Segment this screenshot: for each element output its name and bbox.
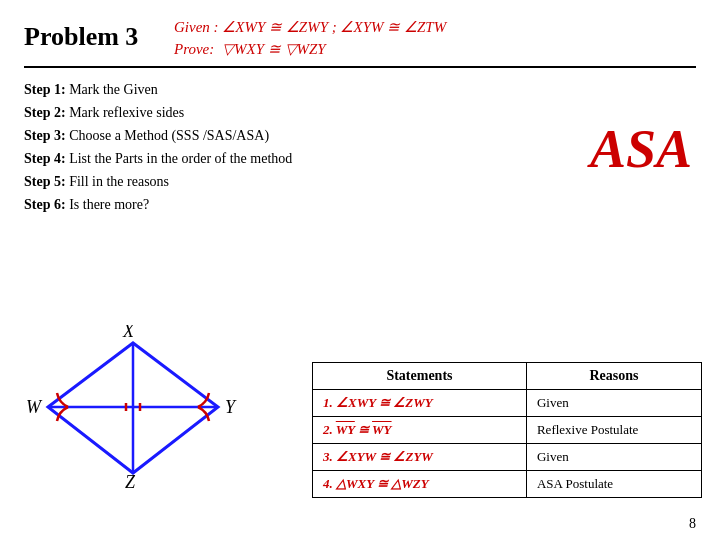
given-prove-block: Given : ∠XWY ≅ ∠ZWY ; ∠XYW ≅ ∠ZTW Prove:… (174, 18, 446, 58)
col-header-statements: Statements (313, 363, 527, 390)
table-row: 4. △WXY ≅ △WZY ASA Postulate (313, 471, 702, 498)
step-6-number: Step 6: (24, 197, 66, 212)
step-5-number: Step 5: (24, 174, 66, 189)
diagram-svg: X W Y Z (18, 325, 248, 490)
given-content: ∠XWY ≅ ∠ZWY ; ∠XYW ≅ ∠ZTW (222, 19, 446, 35)
section-divider (24, 66, 696, 68)
step-5-text: Fill in the reasons (69, 174, 169, 189)
given-line: Given : ∠XWY ≅ ∠ZWY ; ∠XYW ≅ ∠ZTW (174, 18, 446, 36)
reason-4: ASA Postulate (526, 471, 701, 498)
page: Problem 3 Given : ∠XWY ≅ ∠ZWY ; ∠XYW ≅ ∠… (0, 0, 720, 540)
label-y: Y (225, 397, 237, 417)
statement-3: 3. ∠XYW ≅ ∠ZYW (313, 444, 527, 471)
asa-label: ASA (590, 118, 692, 180)
given-label: Given : (174, 19, 219, 35)
label-x: X (122, 325, 135, 341)
col-header-reasons: Reasons (526, 363, 701, 390)
reason-1: Given (526, 390, 701, 417)
prove-line: Prove: ▽WXY ≅ ▽WZY (174, 40, 446, 58)
table-header-row: Statements Reasons (313, 363, 702, 390)
prove-label: Prove: (174, 41, 214, 57)
step-4-text: List the Parts in the order of the metho… (69, 151, 292, 166)
step-1-number: Step 1: (24, 82, 66, 97)
proof-table-wrap: Statements Reasons 1. ∠XWY ≅ ∠ZWY Given … (312, 362, 702, 498)
step-1: Step 1: Mark the Given (24, 78, 696, 101)
label-z: Z (125, 472, 136, 490)
step-3-number: Step 3: (24, 128, 66, 143)
step-6-text: Is there more? (69, 197, 149, 212)
prove-content: ▽WXY ≅ ▽WZY (222, 41, 326, 57)
statement-2: 2. WY ≅ WY (313, 417, 527, 444)
step-2-number: Step 2: (24, 105, 66, 120)
table-row: 2. WY ≅ WY Reflexive Postulate (313, 417, 702, 444)
page-number: 8 (689, 516, 696, 532)
step-6: Step 6: Is there more? (24, 193, 696, 216)
diagram-area: X W Y Z (18, 325, 248, 490)
step-1-text: Mark the Given (69, 82, 158, 97)
step-2-text: Mark reflexive sides (69, 105, 184, 120)
table-row: 3. ∠XYW ≅ ∠ZYW Given (313, 444, 702, 471)
statement-4: 4. △WXY ≅ △WZY (313, 471, 527, 498)
statement-1: 1. ∠XWY ≅ ∠ZWY (313, 390, 527, 417)
header-section: Problem 3 Given : ∠XWY ≅ ∠ZWY ; ∠XYW ≅ ∠… (24, 18, 696, 58)
proof-table: Statements Reasons 1. ∠XWY ≅ ∠ZWY Given … (312, 362, 702, 498)
table-row: 1. ∠XWY ≅ ∠ZWY Given (313, 390, 702, 417)
reason-3: Given (526, 444, 701, 471)
label-w: W (26, 397, 43, 417)
step-3-text: Choose a Method (SSS /SAS/ASA) (69, 128, 269, 143)
step-4-number: Step 4: (24, 151, 66, 166)
problem-title: Problem 3 (24, 18, 154, 52)
reason-2: Reflexive Postulate (526, 417, 701, 444)
